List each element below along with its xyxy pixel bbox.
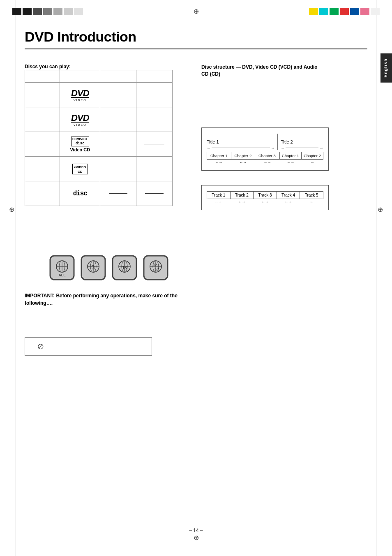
top-bar-right	[309, 8, 380, 15]
bar-block-7	[74, 8, 83, 15]
bar-color-3	[330, 8, 339, 15]
title2-label: Title 2	[281, 139, 323, 144]
title1-label: Title 1	[207, 139, 275, 144]
svg-text:ALL: ALL	[58, 273, 66, 277]
bar-color-1	[309, 8, 318, 15]
page-number: – 14 –	[189, 528, 203, 533]
bar-color-6	[360, 8, 369, 15]
table-row-dvd2: DVD VIDEO	[25, 107, 173, 132]
evideo-cd-logo: eVIDEO CD	[72, 164, 88, 174]
video-cd-label: Video CD	[62, 147, 98, 152]
bar-block-2	[23, 8, 32, 15]
track-2: Track 2	[231, 192, 254, 199]
dvd-video-text-2: VIDEO	[62, 123, 97, 126]
svg-text:3: 3	[92, 264, 95, 271]
table-row-videocd: COMPACTdisc Video CD	[25, 132, 173, 157]
table-row-disc: disc	[25, 181, 173, 206]
page-title: DVD Introduction	[25, 29, 136, 45]
region-13-icon: 13	[112, 255, 137, 280]
compact-disc-logo: COMPACTdisc	[71, 137, 89, 146]
track-arrow-3: ←→	[254, 200, 277, 204]
region-icons: ALL 3 13 1/2 3	[49, 255, 168, 280]
track-arrow-1: ←→	[207, 200, 230, 204]
top-bar: ⊕	[0, 7, 392, 15]
top-crosshair: ⊕	[194, 7, 199, 15]
bar-color-2	[319, 8, 328, 15]
margin-line-right	[376, 0, 376, 556]
table-row-evideo: eVIDEO CD	[25, 157, 173, 181]
line-separator-3	[145, 193, 164, 194]
left-crosshair: ⊕	[9, 206, 14, 213]
svg-text:1/2: 1/2	[152, 263, 157, 267]
bar-block-6	[64, 8, 73, 15]
empty-box: ∅	[25, 337, 152, 356]
bar-color-4	[340, 8, 349, 15]
track-diagram: Track 1 Track 2 Track 3 Track 4 Track 5 …	[201, 185, 329, 210]
bar-color-5	[350, 8, 359, 15]
right-crosshair: ⊕	[378, 206, 383, 213]
language-tab: English	[380, 53, 392, 83]
bar-block-5	[53, 8, 62, 15]
chapter-2: Chapter 2	[231, 152, 256, 159]
dvd-diagram: Title 1 ← → Title 2 ← → Chapter 1 Chapte…	[201, 127, 329, 171]
svg-text:3/4: 3/4	[154, 267, 159, 271]
line-separator-2	[109, 193, 127, 194]
dvd-logo-2: DVD	[62, 113, 97, 123]
track-4: Track 4	[277, 192, 300, 199]
disc-logo: disc	[62, 190, 98, 197]
bottom-crosshair: ⊕	[194, 534, 199, 542]
chapter-arrow-2: ←→	[231, 160, 255, 164]
slash-symbol: ∅	[37, 342, 44, 351]
chapter-1: Chapter 1	[207, 152, 231, 159]
chapter-3: Chapter 3	[255, 152, 280, 159]
bar-block-3	[33, 8, 42, 15]
important-text: IMPORTANT: Before performing any operati…	[25, 292, 181, 307]
tracks-row: Track 1 Track 2 Track 3 Track 4 Track 5	[207, 191, 323, 199]
track-1: Track 1	[207, 192, 231, 199]
disc-structure-title: Disc structure — DVD, Video CD (VCD) and…	[201, 64, 325, 78]
bar-block-1	[12, 8, 21, 15]
track-arrow-4: ←→	[277, 200, 300, 204]
margin-line-left	[16, 0, 16, 556]
track-5: Track 5	[300, 192, 323, 199]
chapter-4: Chapter 1	[280, 152, 302, 159]
disc-table: DVD VIDEO DVD VIDEO COMPACTdisc Video CD…	[25, 70, 173, 206]
region-3-icon: 3	[81, 255, 106, 280]
track-3: Track 3	[254, 192, 277, 199]
chapter-arrow-1: ←→	[207, 160, 231, 164]
chapter-arrow-3: ←→	[256, 160, 280, 164]
chapter-arrow-4: ←→	[280, 160, 302, 164]
chapter-5: Chapter 2	[302, 152, 323, 159]
svg-text:13: 13	[122, 265, 127, 271]
bar-color-7	[371, 8, 380, 15]
discs-label: Discs you can play:	[25, 64, 71, 70]
chapters-row: Chapter 1 Chapter 2 Chapter 3 Chapter 1 …	[207, 152, 323, 160]
top-bar-left	[12, 8, 83, 15]
dvd-video-text-1: VIDEO	[62, 99, 97, 102]
dvd-logo-1: DVD	[62, 88, 97, 99]
track-arrow-2: ←→	[230, 200, 254, 204]
bar-block-4	[43, 8, 52, 15]
chapter-arrow-5: ←	[302, 160, 323, 164]
title-rule	[25, 49, 367, 49]
region-all-icon: ALL	[49, 255, 75, 280]
track-arrow-5: ←	[300, 200, 323, 204]
line-separator-1	[144, 144, 164, 144]
region-multi-icon: 1/2 3/4	[143, 255, 168, 280]
table-row-dvd1: DVD VIDEO	[25, 83, 173, 107]
